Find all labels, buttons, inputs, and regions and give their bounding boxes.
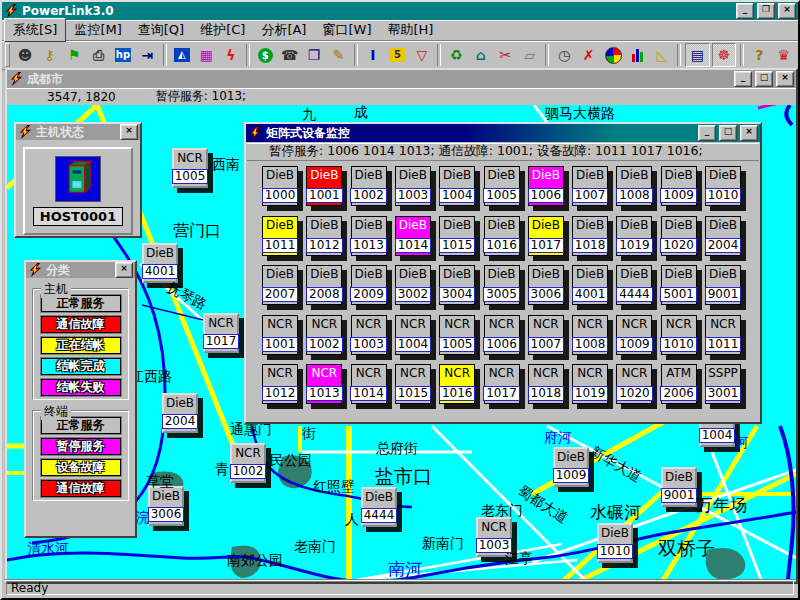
device-DieB-1010[interactable]: DieB1010	[705, 166, 741, 206]
device-NCR-1006[interactable]: NCR1006	[484, 315, 520, 355]
menu-monitor[interactable]: 监控[M]	[66, 19, 129, 41]
clock-icon[interactable]: ◷	[553, 44, 575, 66]
device-DieB-2004[interactable]: DieB2004	[162, 393, 198, 433]
map-view-icon[interactable]: ◭	[171, 44, 193, 66]
lightning-icon[interactable]: ϟ	[220, 44, 242, 66]
device-DieB-9001[interactable]: DieB9001	[705, 265, 741, 305]
device-NCR-1009[interactable]: NCR1009	[616, 315, 652, 355]
user-icon[interactable]: ☻	[14, 44, 36, 66]
device-DieB-1002[interactable]: DieB1002	[351, 166, 387, 206]
device-DieB-1010[interactable]: DieB1010	[597, 523, 633, 563]
flag-icon[interactable]: ⚑	[63, 44, 85, 66]
device-NCR-1020[interactable]: NCR1020	[616, 364, 652, 404]
operator-icon[interactable]: ♛	[773, 44, 795, 66]
device-DieB-1014[interactable]: DieB1014	[395, 216, 431, 256]
device-DieB-1019[interactable]: DieB1019	[616, 216, 652, 256]
device-NCR-1017[interactable]: NCR1017	[484, 364, 520, 404]
device-DieB-9001[interactable]: DieB9001	[661, 467, 697, 507]
map-window-titlebar[interactable]: 成都市 _ □ ×	[7, 70, 796, 88]
device-DieB-1017[interactable]: DieB1017	[528, 216, 564, 256]
cascade-windows-icon[interactable]: ❐	[303, 44, 325, 66]
device-DieB-2007[interactable]: DieB2007	[262, 265, 298, 305]
device-NCR-1005[interactable]: NCR1005	[439, 315, 475, 355]
device-DieB-3006[interactable]: DieB3006	[528, 265, 564, 305]
main-titlebar[interactable]: PowerLink3.0 _ ❐ ×	[2, 2, 798, 20]
device-NCR-1002[interactable]: NCR1002	[230, 443, 266, 483]
matrix-minimize-button[interactable]: _	[698, 125, 716, 141]
device-DieB-1006[interactable]: DieB1006	[528, 166, 564, 206]
matrix-close-button[interactable]: ×	[740, 125, 758, 141]
device-DieB-1001[interactable]: DieB1001	[306, 166, 342, 206]
device-DieB-3006[interactable]: DieB3006	[148, 486, 184, 526]
device-DieB-1000[interactable]: DieB1000	[262, 166, 298, 206]
device-NCR-1013[interactable]: NCR1013	[306, 364, 342, 404]
device-NCR-1005[interactable]: NCR1005	[172, 148, 208, 188]
device-SSPP-3001[interactable]: SSPP3001	[705, 364, 741, 404]
phone-icon[interactable]: ☎	[278, 44, 300, 66]
pie-chart-icon[interactable]	[602, 44, 624, 66]
restore-button[interactable]: ❐	[757, 3, 775, 19]
device-NCR-1017[interactable]: NCR1017	[203, 313, 239, 353]
close-button[interactable]: ×	[778, 3, 796, 19]
device-DieB-3002[interactable]: DieB3002	[395, 265, 431, 305]
lifebuoy-icon[interactable]: ☸	[712, 43, 736, 67]
brush-icon[interactable]: ✎	[327, 44, 349, 66]
bar-chart-icon[interactable]	[626, 44, 648, 66]
device-DieB-1005[interactable]: DieB1005	[484, 166, 520, 206]
device-DieB-1011[interactable]: DieB1011	[262, 216, 298, 256]
building-view-icon[interactable]: ▤	[685, 43, 709, 67]
device-NCR-1002[interactable]: NCR1002	[306, 315, 342, 355]
device-DieB-1008[interactable]: DieB1008	[616, 166, 652, 206]
device-NCR-1012[interactable]: NCR1012	[262, 364, 298, 404]
menu-analyze[interactable]: 分析[A]	[253, 19, 314, 41]
minimize-button[interactable]: _	[736, 3, 754, 19]
device-DieB-2009[interactable]: DieB2009	[351, 265, 387, 305]
device-DieB-4001[interactable]: DieB4001	[142, 243, 178, 283]
device-NCR-1003[interactable]: NCR1003	[351, 315, 387, 355]
device-NCR-1015[interactable]: NCR1015	[395, 364, 431, 404]
menu-window[interactable]: 窗口[W]	[314, 19, 379, 41]
device-DieB-1015[interactable]: DieB1015	[439, 216, 475, 256]
device-ATM-2006[interactable]: ATM2006	[661, 364, 697, 404]
matrix-dialog-titlebar[interactable]: 矩阵式设备监控 _ □ ×	[246, 124, 760, 142]
host-name-label[interactable]: HOST0001	[33, 207, 123, 226]
menu-help[interactable]: 帮助[H]	[379, 19, 441, 41]
device-DieB-1020[interactable]: DieB1020	[661, 216, 697, 256]
pavilion-icon[interactable]: ⌂	[470, 44, 492, 66]
legend-close-button[interactable]: ×	[115, 262, 133, 278]
device-DieB-2004[interactable]: DieB2004	[705, 216, 741, 256]
device-DieB-3004[interactable]: DieB3004	[439, 265, 475, 305]
device-DieB-1016[interactable]: DieB1016	[484, 216, 520, 256]
hp-icon[interactable]: hp	[112, 44, 134, 66]
host-computer-icon[interactable]	[55, 156, 101, 202]
map-maximize-button[interactable]: □	[755, 71, 773, 87]
device-DieB-1009[interactable]: DieB1009	[553, 447, 589, 487]
device-NCR-1014[interactable]: NCR1014	[351, 364, 387, 404]
device-NCR-1004[interactable]: NCR1004	[395, 315, 431, 355]
device-NCR-1011[interactable]: NCR1011	[705, 315, 741, 355]
ruler-icon[interactable]: ◺	[651, 44, 673, 66]
device-DieB-4444[interactable]: DieB4444	[616, 265, 652, 305]
help-icon[interactable]: ?	[748, 44, 770, 66]
device-DieB-1012[interactable]: DieB1012	[306, 216, 342, 256]
menu-maintain[interactable]: 维护[C]	[192, 19, 253, 41]
legend-window-titlebar[interactable]: 分类 ×	[26, 262, 135, 278]
refresh-icon[interactable]: ♻	[445, 44, 467, 66]
host-close-button[interactable]: ×	[120, 124, 138, 140]
exit-door-icon[interactable]: ⇥	[136, 44, 158, 66]
delete-icon[interactable]: ✗	[577, 44, 599, 66]
device-DieB-4444[interactable]: DieB4444	[361, 487, 397, 527]
map-close-button[interactable]: ×	[776, 71, 794, 87]
device-NCR-1007[interactable]: NCR1007	[528, 315, 564, 355]
device-DieB-4001[interactable]: DieB4001	[572, 265, 608, 305]
device-NCR-1001[interactable]: NCR1001	[262, 315, 298, 355]
device-DieB-3005[interactable]: DieB3005	[484, 265, 520, 305]
matrix-view-icon[interactable]: ▦	[195, 44, 217, 66]
device-DieB-1007[interactable]: DieB1007	[572, 166, 608, 206]
device-NCR-1018[interactable]: NCR1018	[528, 364, 564, 404]
device-NCR-1019[interactable]: NCR1019	[572, 364, 608, 404]
pillar-icon[interactable]: I	[362, 44, 384, 66]
device-DieB-1009[interactable]: DieB1009	[661, 166, 697, 206]
device-DieB-1003[interactable]: DieB1003	[395, 166, 431, 206]
map-minimize-button[interactable]: _	[734, 71, 752, 87]
